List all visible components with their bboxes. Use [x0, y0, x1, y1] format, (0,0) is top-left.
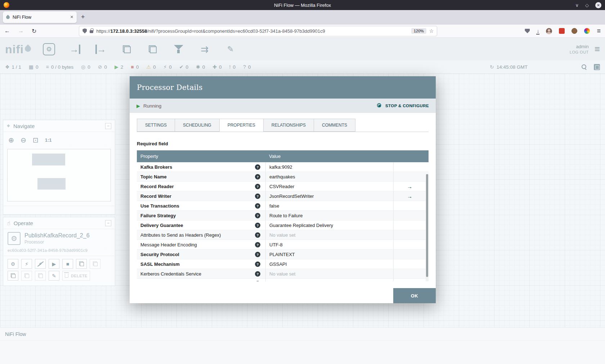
property-name: Kafka Brokers: [140, 164, 172, 170]
help-icon[interactable]: ?: [255, 281, 260, 282]
stop-and-configure-button[interactable]: ⚙ STOP & CONFIGURE: [376, 103, 429, 109]
running-icon: ▶: [136, 103, 140, 109]
tab-properties[interactable]: PROPERTIES: [219, 119, 263, 132]
property-name: Failure Strategy: [140, 213, 176, 218]
nifi-app: nifi ⚙ → → ⇉ ✎ admin LOG OUT: [0, 38, 605, 364]
property-name: Record Reader: [140, 184, 174, 189]
extension-pinwheel-icon[interactable]: [584, 28, 590, 34]
property-name: Message Header Encoding: [140, 242, 197, 247]
table-rows: Kafka Brokers? kafka:9092 Topic Name? ea…: [137, 162, 429, 281]
back-button[interactable]: ←: [4, 28, 10, 34]
ok-button[interactable]: OK: [393, 288, 436, 303]
property-value: GSSAPI: [269, 261, 287, 267]
property-name: Record Writer: [140, 194, 171, 199]
help-icon[interactable]: ?: [255, 213, 260, 218]
scrollbar-thumb[interactable]: [426, 174, 428, 277]
url-text: https://172.18.0.3:32558/nifi/?processGr…: [96, 28, 408, 34]
bookmark-star-icon[interactable]: ☆: [429, 28, 434, 34]
property-name: Attributes to Send as Headers (Regex): [140, 232, 221, 238]
lock-icon[interactable]: [90, 30, 93, 33]
help-icon[interactable]: ?: [255, 184, 260, 189]
browser-navbar: ← → ↻ https://172.18.0.3:32558/nifi/?pro…: [0, 24, 605, 38]
property-value: PLAINTEXT: [269, 252, 295, 257]
tab-relationships[interactable]: RELATIONSHIPS: [263, 119, 314, 132]
window-minimize-icon[interactable]: ∨: [575, 3, 579, 8]
browser-tabbar: NiFi Flow ✕ +: [0, 10, 605, 24]
property-value: earthquakes: [269, 174, 295, 179]
window-titlebar: NiFi Flow — Mozilla Firefox ∨ ◇ ✕: [0, 0, 605, 10]
property-name: Delivery Guarantee: [140, 223, 183, 228]
table-scrollbar[interactable]: [426, 174, 429, 281]
table-row: Kafka Brokers? kafka:9092: [137, 162, 429, 172]
help-icon[interactable]: ?: [255, 271, 260, 277]
url-bar[interactable]: https://172.18.0.3:32558/nifi/?processGr…: [79, 26, 437, 36]
property-name: Topic Name: [140, 174, 167, 179]
property-value: No value set: [269, 271, 295, 277]
help-icon[interactable]: ?: [255, 223, 260, 228]
table-row: Security Protocol? PLAINTEXT: [137, 250, 429, 259]
table-row: Attributes to Send as Headers (Regex)? N…: [137, 230, 429, 240]
table-row: Topic Name? earthquakes: [137, 172, 429, 182]
tracking-protection-icon[interactable]: [82, 28, 87, 33]
go-to-service-icon[interactable]: →: [407, 193, 412, 199]
help-icon[interactable]: ?: [255, 174, 260, 179]
table-row: Kerberos Service Name? No value set: [137, 279, 429, 281]
help-icon[interactable]: ?: [255, 252, 260, 257]
help-icon[interactable]: ?: [255, 203, 260, 209]
account-icon[interactable]: [546, 28, 552, 34]
new-tab-button[interactable]: +: [81, 13, 85, 21]
property-column-header: Property: [137, 154, 265, 159]
stop-configure-icon: ⚙: [376, 103, 383, 109]
property-name: Use Transactions: [140, 203, 179, 209]
window-title: NiFi Flow — Mozilla Firefox: [0, 3, 605, 8]
ublock-extension-icon[interactable]: [559, 28, 565, 34]
property-value: kafka:9092: [269, 164, 292, 170]
tab-settings[interactable]: SETTINGS: [137, 119, 175, 132]
help-icon[interactable]: ?: [255, 164, 260, 170]
table-row: Kerberos Credentials Service? No value s…: [137, 269, 429, 279]
table-row: Use Transactions? false: [137, 201, 429, 211]
help-icon[interactable]: ?: [255, 261, 260, 267]
property-name: Kerberos Service Name: [140, 281, 193, 282]
table-row: Message Header Encoding? UTF-8: [137, 240, 429, 250]
processor-details-dialog: Processor Details ▶ Running ⚙ STOP & CON…: [130, 76, 436, 303]
pocket-icon[interactable]: [525, 29, 530, 33]
property-value: No value set: [269, 232, 295, 238]
property-name: Security Protocol: [140, 252, 179, 257]
property-value: false: [269, 203, 279, 209]
property-value: Route to Failure: [269, 213, 303, 218]
zoom-level-badge[interactable]: 120%: [411, 28, 426, 34]
property-value: Guarantee Replicated Delivery: [269, 223, 333, 228]
dialog-tabs: SETTINGS SCHEDULING PROPERTIES RELATIONS…: [137, 119, 429, 132]
tab-title: NiFi Flow: [13, 15, 31, 20]
reload-button[interactable]: ↻: [32, 28, 36, 35]
forward-button[interactable]: →: [18, 28, 24, 34]
property-value: No value set: [269, 281, 295, 282]
dialog-status-bar: ▶ Running ⚙ STOP & CONFIGURE: [130, 99, 436, 113]
downloads-icon[interactable]: ↓: [537, 28, 539, 33]
table-row: Record Writer? JsonRecordSetWriter →: [137, 191, 429, 201]
extension-monkey-icon[interactable]: [572, 28, 577, 34]
help-icon[interactable]: ?: [255, 194, 260, 199]
property-value: CSVReader: [269, 184, 294, 189]
table-row: Failure Strategy? Route to Failure: [137, 211, 429, 220]
tab-comments[interactable]: COMMENTS: [314, 119, 355, 132]
go-to-service-icon[interactable]: →: [407, 183, 412, 190]
dialog-title: Processor Details: [130, 76, 436, 99]
tab-scheduling[interactable]: SCHEDULING: [175, 119, 219, 132]
browser-menu-icon[interactable]: ≡: [597, 27, 601, 35]
property-name: Kerberos Credentials Service: [140, 271, 201, 277]
help-icon[interactable]: ?: [255, 232, 260, 238]
required-field-note: Required field: [137, 141, 429, 146]
window-close-icon[interactable]: ✕: [595, 2, 601, 8]
properties-table: Property Value Kafka Brokers? kafka:9092…: [137, 150, 429, 281]
run-status-text: Running: [143, 103, 161, 109]
help-icon[interactable]: ?: [255, 242, 260, 247]
property-value: UTF-8: [269, 242, 283, 247]
tab-close-icon[interactable]: ✕: [70, 15, 73, 19]
table-row: Record Reader? CSVReader →: [137, 182, 429, 191]
window-maximize-icon[interactable]: ◇: [585, 3, 589, 8]
browser-tab[interactable]: NiFi Flow ✕: [3, 12, 77, 23]
property-value: JsonRecordSetWriter: [269, 194, 314, 199]
table-header: Property Value: [137, 150, 429, 162]
